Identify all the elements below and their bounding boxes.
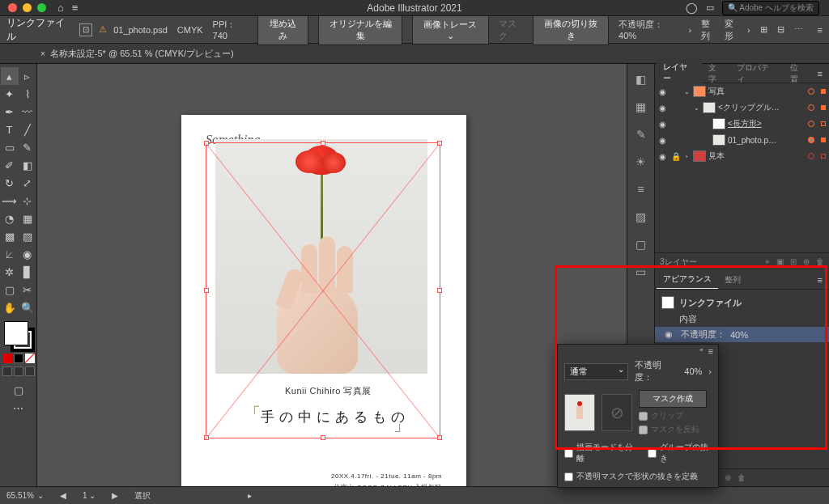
align-button[interactable]: 整列 xyxy=(701,18,714,42)
eyedropper-tool[interactable]: ⟀ xyxy=(1,245,19,263)
graph-tool[interactable]: ▊ xyxy=(19,263,36,281)
slice-tool[interactable]: ✂ xyxy=(19,281,36,299)
zoom-field[interactable]: 65.51%⌄ xyxy=(6,491,44,500)
shape-builder-tool[interactable]: ◔ xyxy=(1,210,19,227)
tab-align[interactable]: 整列 xyxy=(718,271,747,289)
delete-icon[interactable]: 🗑 xyxy=(738,473,746,482)
fill-swatch[interactable] xyxy=(4,321,28,345)
symbol-sprayer-tool[interactable]: ✲ xyxy=(1,263,19,281)
duplicate-icon[interactable]: ⊕ xyxy=(725,473,731,482)
layer-row[interactable]: ◉ ⌄ 写真 xyxy=(655,83,829,100)
target-icon[interactable]: ⊡ xyxy=(79,23,92,36)
zoom-tool[interactable]: 🔍 xyxy=(19,299,36,316)
document-tab[interactable]: × 名称未設定-5* @ 65.51 % (CMYK/プレビュー) xyxy=(40,48,234,60)
artboard-nav-field[interactable]: 1 ⌄ xyxy=(83,491,96,500)
target-icon[interactable] xyxy=(808,88,814,95)
artboard-nav-next-icon[interactable]: ▶ xyxy=(112,491,118,500)
transparency-thumb[interactable] xyxy=(564,394,595,431)
line-tool[interactable]: ╱ xyxy=(19,121,36,138)
target-icon[interactable] xyxy=(808,153,814,159)
layer-name[interactable]: 写真 xyxy=(708,86,805,97)
eraser-tool[interactable]: ◧ xyxy=(19,156,36,174)
layer-name[interactable]: <長方形> xyxy=(728,118,805,129)
status-arrow-icon[interactable]: ▸ xyxy=(248,491,252,500)
free-transform-tool[interactable]: ⊹ xyxy=(19,192,36,210)
make-clip-icon[interactable]: ▣ xyxy=(776,257,784,267)
layer-row[interactable]: ◉ 01_photo.p… xyxy=(655,132,829,148)
paintbrush-tool[interactable]: ✎ xyxy=(19,138,36,156)
none-mode-icon[interactable] xyxy=(25,354,35,363)
linked-filename[interactable]: 01_photo.psd xyxy=(113,25,168,35)
artboard-tool[interactable]: ▢ xyxy=(1,281,19,299)
new-layer-icon[interactable]: ⊕ xyxy=(803,257,810,267)
close-window-icon[interactable] xyxy=(8,3,17,12)
visibility-icon[interactable]: ◉ xyxy=(655,87,670,96)
edit-original-button[interactable]: オリジナルを編集 xyxy=(318,15,402,45)
fill-stroke-swatches[interactable] xyxy=(2,320,35,352)
transform-arrow-icon[interactable]: › xyxy=(747,25,750,35)
target-icon[interactable] xyxy=(808,104,814,111)
linked-photo[interactable] xyxy=(215,139,427,374)
rotate-tool[interactable]: ↻ xyxy=(1,174,19,192)
draw-inside-icon[interactable] xyxy=(25,366,35,376)
home-icon[interactable]: ⌂ xyxy=(57,2,64,14)
tab-appearance[interactable]: アピアランス xyxy=(657,270,718,289)
layer-row[interactable]: ◉ <長方形> xyxy=(655,116,829,132)
edit-toolbar-icon[interactable]: ⋯ xyxy=(10,399,28,417)
perspective-tool[interactable]: ▦ xyxy=(19,210,36,227)
crop-image-button[interactable]: 画像の切り抜き xyxy=(533,15,609,45)
symbols-panel-icon[interactable]: ☀ xyxy=(634,155,648,169)
draw-behind-icon[interactable] xyxy=(14,366,23,376)
disclosure-icon[interactable]: › xyxy=(682,153,691,160)
isolation2-icon[interactable]: ⊟ xyxy=(777,24,784,35)
delete-layer-icon[interactable]: 🗑 xyxy=(816,257,824,267)
stroke-panel-icon[interactable]: ≡ xyxy=(634,182,648,197)
contents-label[interactable]: 内容 xyxy=(679,313,697,325)
panel-menu-icon[interactable]: ≡ xyxy=(813,69,827,78)
draw-normal-icon[interactable] xyxy=(2,366,12,376)
mesh-tool[interactable]: ▩ xyxy=(1,227,19,245)
blend-mode-select[interactable]: 通常 xyxy=(564,363,628,380)
help-search[interactable]: 🔍 Adobe ヘルプを検索 xyxy=(722,1,819,15)
opacity-value[interactable]: 40% xyxy=(619,31,636,40)
transform-button[interactable]: 変形 xyxy=(725,18,738,42)
overflow-icon[interactable]: ⋯ xyxy=(794,24,803,35)
opacity-label[interactable]: 不透明度： xyxy=(681,328,725,341)
blend-tool[interactable]: ◉ xyxy=(19,245,36,263)
disclosure-icon[interactable]: ⌄ xyxy=(692,104,700,112)
visibility-icon[interactable]: ◉ xyxy=(655,136,670,145)
direct-selection-tool[interactable]: ▹ xyxy=(19,67,36,85)
isolate-blending-checkbox[interactable]: 描画モードを分離 xyxy=(564,442,636,464)
maximize-window-icon[interactable] xyxy=(37,3,46,12)
target-icon[interactable] xyxy=(808,121,814,127)
magic-wand-tool[interactable]: ✦ xyxy=(1,85,19,103)
gradient-mode-icon[interactable] xyxy=(14,354,23,363)
hand-tool[interactable]: ✋ xyxy=(1,299,19,316)
visibility-icon[interactable]: ◉ xyxy=(661,329,676,340)
flyout-menu-icon[interactable]: ≡ xyxy=(708,346,713,356)
transparency-panel-icon[interactable]: ▢ xyxy=(634,237,648,252)
mask-thumb[interactable]: ⊘ xyxy=(602,394,632,431)
visibility-icon[interactable]: ◉ xyxy=(655,120,670,129)
ruler-icon[interactable]: ▭ xyxy=(634,265,648,279)
lock-icon[interactable]: 🔒 xyxy=(670,152,682,161)
opacity-arrow-icon[interactable]: › xyxy=(708,366,712,376)
rectangle-tool[interactable]: ▭ xyxy=(1,138,19,156)
color-mode-icon[interactable] xyxy=(2,354,12,363)
menu-icon[interactable]: ≡ xyxy=(72,2,79,14)
opacity-arrow-icon[interactable]: › xyxy=(689,25,692,35)
brushes-panel-icon[interactable]: ✎ xyxy=(634,127,648,142)
embed-button[interactable]: 埋め込み xyxy=(257,15,308,45)
panel-menu-icon[interactable]: ≡ xyxy=(818,25,823,35)
panel-menu-icon[interactable]: ≡ xyxy=(813,275,827,285)
layer-name[interactable]: <クリップグル… xyxy=(718,102,805,113)
lasso-tool[interactable]: ⌇ xyxy=(19,85,36,103)
visibility-icon[interactable]: ◉ xyxy=(655,152,670,161)
opacity-value[interactable]: 40% xyxy=(684,366,702,376)
gradient-tool[interactable]: ▨ xyxy=(19,227,36,245)
new-sublayer-icon[interactable]: ⊞ xyxy=(790,257,797,267)
shaper-tool[interactable]: ✐ xyxy=(1,156,19,174)
selection-tool[interactable]: ▴ xyxy=(1,67,19,85)
image-trace-button[interactable]: 画像トレース ⌄ xyxy=(412,15,489,44)
artboard-nav-prev-icon[interactable]: ◀ xyxy=(60,491,66,500)
